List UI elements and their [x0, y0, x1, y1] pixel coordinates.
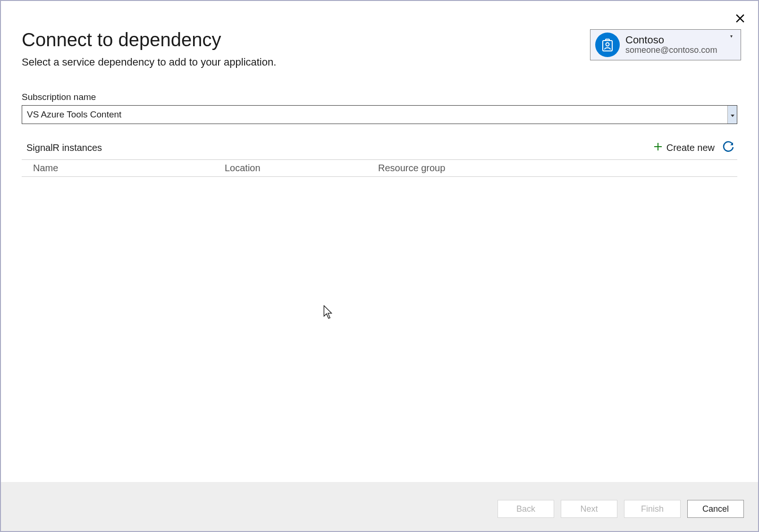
column-resource-group: Resource group [378, 163, 737, 174]
column-name: Name [22, 163, 225, 174]
connect-dependency-dialog: Connect to dependency Select a service d… [0, 0, 759, 532]
back-button[interactable]: Back [498, 500, 554, 518]
account-name: Contoso [625, 34, 730, 46]
dialog-footer: Back Next Finish Cancel [1, 482, 758, 531]
subscription-label: Subscription name [22, 92, 737, 102]
cancel-button[interactable]: Cancel [687, 500, 744, 518]
next-button[interactable]: Next [561, 500, 617, 518]
subscription-dropdown[interactable]: VS Azure Tools Content [22, 105, 737, 124]
create-new-button[interactable]: Create new [653, 142, 715, 154]
subscription-value: VS Azure Tools Content [22, 109, 727, 120]
chevron-down-icon: ▾ [730, 33, 736, 39]
account-email: someone@contoso.com [625, 46, 730, 55]
svg-point-1 [606, 43, 609, 46]
refresh-icon [722, 141, 734, 155]
create-new-label: Create new [666, 142, 715, 153]
dropdown-arrow [727, 106, 737, 124]
refresh-button[interactable] [722, 141, 734, 155]
account-badge-icon [595, 33, 620, 57]
column-location: Location [225, 163, 378, 174]
instances-header: SignalR instances Create new [22, 141, 737, 159]
instances-section: SignalR instances Create new [22, 141, 737, 177]
account-selector[interactable]: Contoso someone@contoso.com ▾ [590, 29, 741, 60]
account-text: Contoso someone@contoso.com [625, 34, 730, 55]
finish-button[interactable]: Finish [624, 500, 681, 518]
plus-icon [653, 142, 663, 154]
dialog-header: Connect to dependency Select a service d… [1, 1, 758, 78]
instances-table-header: Name Location Resource group [22, 159, 737, 177]
dialog-content: Subscription name VS Azure Tools Content… [1, 78, 758, 482]
instances-title: SignalR instances [26, 142, 653, 153]
chevron-down-icon [731, 111, 734, 118]
